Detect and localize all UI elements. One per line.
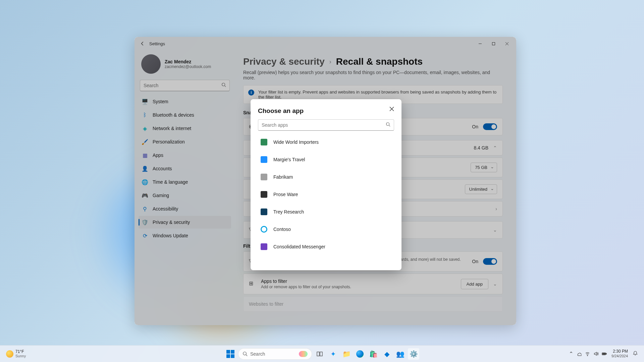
chevron-up-icon[interactable]: ⌃ xyxy=(569,351,573,357)
modal-search-input[interactable] xyxy=(262,122,383,128)
app-icon xyxy=(261,139,267,145)
weather-temp: 71°F xyxy=(15,350,26,354)
app-list[interactable]: Wide World ImportersMargie's TravelFabri… xyxy=(258,133,394,267)
app-icon xyxy=(261,174,267,180)
app-icon xyxy=(261,156,267,163)
search-highlight-icon xyxy=(299,351,308,357)
svg-rect-8 xyxy=(606,353,607,354)
choose-app-modal: Choose an app Wide World ImportersMargie… xyxy=(251,99,401,270)
app-name: Prose Ware xyxy=(273,192,298,197)
store-button[interactable]: 🛍️ xyxy=(368,348,379,360)
sun-icon xyxy=(6,350,13,358)
app-item[interactable]: Trey Research xyxy=(258,203,393,221)
clock[interactable]: 2:30 PM 9/24/2024 xyxy=(611,349,628,358)
windows-icon xyxy=(226,350,234,358)
folder-icon: 📁 xyxy=(342,350,351,358)
notifications-button[interactable] xyxy=(633,351,638,357)
start-button[interactable] xyxy=(225,348,236,360)
modal-close-button[interactable] xyxy=(389,107,394,113)
app-icon xyxy=(261,226,267,233)
settings-button[interactable]: ⚙️ xyxy=(408,348,419,360)
taskbar-search[interactable]: Search xyxy=(238,348,312,360)
search-icon xyxy=(386,122,390,128)
app-item[interactable]: Consolidated Messenger xyxy=(258,238,393,255)
system-tray[interactable]: ⌃ xyxy=(569,351,607,357)
app-name: Wide World Importers xyxy=(273,139,319,145)
teams-icon: 👥 xyxy=(396,350,405,358)
modal-search[interactable] xyxy=(258,119,394,131)
svg-rect-5 xyxy=(320,352,322,356)
gear-icon: ⚙️ xyxy=(410,350,418,358)
clock-time: 2:30 PM xyxy=(611,349,628,354)
weather-cond: Sunny xyxy=(15,354,26,358)
clock-date: 9/24/2024 xyxy=(611,354,628,358)
app-name: Fabrikam xyxy=(273,174,293,180)
explorer-button[interactable]: 📁 xyxy=(341,348,352,360)
edge-icon xyxy=(356,350,364,358)
app-icon xyxy=(261,243,267,250)
task-view-button[interactable] xyxy=(314,348,325,360)
app-name: Trey Research xyxy=(273,209,304,215)
app-item[interactable]: Wide World Importers xyxy=(258,133,393,151)
svg-rect-9 xyxy=(602,353,605,354)
wifi-icon[interactable] xyxy=(585,351,590,356)
app-name: Contoso xyxy=(273,227,291,232)
edge-button[interactable] xyxy=(354,348,366,360)
battery-icon[interactable] xyxy=(602,351,607,356)
copilot-button[interactable]: ✦ xyxy=(327,348,339,360)
svg-point-6 xyxy=(587,356,588,356)
app-name: Consolidated Messenger xyxy=(273,244,325,249)
volume-icon[interactable] xyxy=(593,351,598,356)
weather-widget[interactable]: 71°F Sunny xyxy=(6,350,26,358)
app-button-1[interactable]: ◆ xyxy=(381,348,392,360)
app-item[interactable]: Prose Ware xyxy=(258,186,393,203)
app-name: Margie's Travel xyxy=(273,157,305,162)
app-item[interactable]: Margie's Travel xyxy=(258,151,393,168)
app-icon xyxy=(261,191,267,198)
store-icon: 🛍️ xyxy=(369,350,378,358)
svg-point-2 xyxy=(386,123,389,126)
taskbar-search-placeholder: Search xyxy=(250,351,265,357)
diamond-icon: ◆ xyxy=(384,350,389,358)
onedrive-icon[interactable] xyxy=(577,351,582,356)
app-icon xyxy=(261,208,267,215)
svg-point-3 xyxy=(243,352,246,355)
app-item[interactable]: Fabrikam xyxy=(258,168,393,186)
teams-button[interactable]: 👥 xyxy=(394,348,406,360)
taskbar: 71°F Sunny Search ✦ 📁 🛍️ ◆ 👥 ⚙️ ⌃ 2:30 xyxy=(0,345,644,362)
svg-rect-4 xyxy=(317,352,319,356)
modal-title: Choose an app xyxy=(258,107,394,115)
app-item[interactable]: Contoso xyxy=(258,221,393,238)
